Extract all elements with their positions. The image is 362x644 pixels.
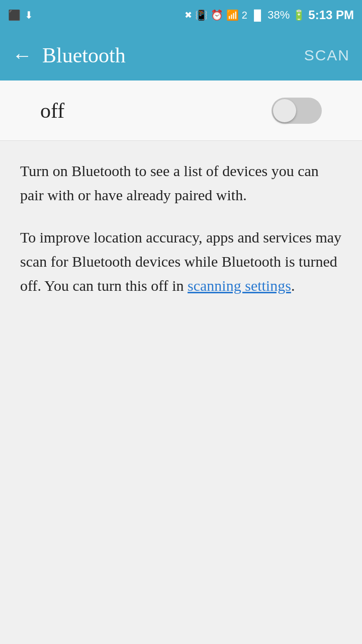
battery-percent: 38% [267, 9, 290, 22]
signal-bars-icon: ▐▌ [250, 10, 264, 21]
status-left-icons: ⬛ ⬇ [8, 9, 33, 21]
battery-icon: 🔋 [293, 9, 305, 21]
status-right-info: ✖ 📳 ⏰ 📶 2 ▐▌ 38% 🔋 5:13 PM [185, 8, 354, 22]
location-accuracy-description: To improve location accuracy, apps and s… [20, 225, 342, 298]
location-accuracy-text-after: . [291, 277, 295, 294]
screenshot-icon: ⬛ [8, 9, 21, 21]
bluetooth-toggle-row: off [0, 80, 362, 141]
time-display: 5:13 PM [308, 8, 354, 22]
bluetooth-off-icon: ✖ [185, 10, 192, 21]
main-content: Turn on Bluetooth to see a list of devic… [0, 141, 362, 644]
vibrate-icon: 📳 [195, 9, 208, 21]
bluetooth-off-description: Turn on Bluetooth to see a list of devic… [20, 159, 342, 207]
back-button[interactable]: ← [12, 44, 32, 67]
page-title: Bluetooth [42, 43, 126, 67]
bluetooth-toggle-switch[interactable] [272, 98, 322, 124]
toggle-knob [273, 99, 296, 122]
carrier-icon: 2 [242, 10, 247, 21]
scan-button[interactable]: SCAN [304, 47, 350, 64]
wifi-icon: 📶 [226, 9, 239, 21]
scanning-settings-link[interactable]: scanning settings [188, 277, 291, 294]
app-bar: ← Bluetooth SCAN [0, 30, 362, 80]
bluetooth-status-label: off [40, 99, 64, 123]
download-icon: ⬇ [25, 9, 33, 21]
alarm-icon: ⏰ [211, 9, 223, 21]
status-bar: ⬛ ⬇ ✖ 📳 ⏰ 📶 2 ▐▌ 38% 🔋 5:13 PM [0, 0, 362, 30]
app-bar-left: ← Bluetooth [12, 43, 126, 67]
